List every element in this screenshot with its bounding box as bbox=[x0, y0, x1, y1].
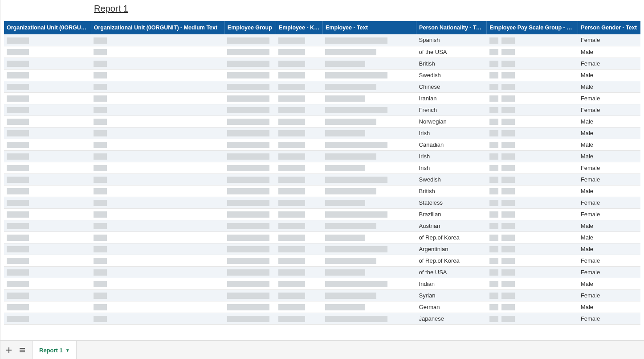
cell-redacted bbox=[276, 266, 322, 278]
cell-redacted bbox=[91, 139, 224, 150]
cell-redacted bbox=[224, 243, 276, 255]
cell-gender: Male bbox=[578, 81, 640, 92]
cell-redacted bbox=[91, 150, 224, 162]
table-row[interactable]: German Male bbox=[4, 301, 640, 313]
cell-redacted bbox=[91, 266, 224, 278]
table-row[interactable]: Irish Female bbox=[4, 162, 640, 173]
cell-nationality: of Rep.of Korea bbox=[416, 255, 487, 266]
cell-nationality: Japanese bbox=[416, 313, 487, 324]
cell-redacted bbox=[322, 243, 416, 255]
table-row[interactable]: Canadian Male bbox=[4, 139, 640, 150]
cell-nationality: of Rep.of Korea bbox=[416, 231, 487, 243]
col-header-pay-scale-group[interactable]: Employee Pay Scale Group - Text bbox=[487, 21, 578, 34]
table-row[interactable]: Norwegian Male bbox=[4, 116, 640, 127]
table-row[interactable]: Brazilian Female bbox=[4, 208, 640, 220]
table-row[interactable]: Irish Male bbox=[4, 127, 640, 139]
cell-gender: Female bbox=[578, 104, 640, 116]
cell-redacted bbox=[276, 220, 322, 231]
cell-redacted bbox=[276, 81, 322, 92]
cell-nationality: of the USA bbox=[416, 46, 487, 58]
cell-redacted bbox=[322, 127, 416, 139]
cell-gender: Male bbox=[578, 220, 640, 231]
cell-redacted bbox=[322, 173, 416, 185]
cell-redacted bbox=[224, 185, 276, 197]
table-row[interactable]: Irish Male bbox=[4, 150, 640, 162]
cell-nationality: British bbox=[416, 185, 487, 197]
sheet-tab-report-1[interactable]: Report 1 ▼ bbox=[33, 341, 77, 359]
cell-redacted bbox=[322, 266, 416, 278]
table-row[interactable]: of Rep.of Korea Male bbox=[4, 231, 640, 243]
table-row[interactable]: Chinese Male bbox=[4, 81, 640, 92]
col-header-employee-group[interactable]: Employee Group bbox=[224, 21, 276, 34]
table-row[interactable]: French Female bbox=[4, 104, 640, 116]
cell-redacted bbox=[4, 162, 91, 173]
cell-redacted bbox=[4, 313, 91, 324]
cell-redacted bbox=[4, 139, 91, 150]
table-row[interactable]: Indian Male bbox=[4, 278, 640, 289]
cell-redacted bbox=[91, 243, 224, 255]
cell-gender: Male bbox=[578, 231, 640, 243]
table-row[interactable]: of the USA Male bbox=[4, 46, 640, 58]
cell-redacted bbox=[91, 278, 224, 289]
table-row[interactable]: Argentinian Male bbox=[4, 243, 640, 255]
table-row[interactable]: British Male bbox=[4, 185, 640, 197]
col-header-gender[interactable]: Person Gender - Text bbox=[578, 21, 640, 34]
col-header-nationality[interactable]: Person Nationality - Text bbox=[416, 21, 487, 34]
cell-redacted bbox=[487, 116, 578, 127]
add-sheet-button[interactable] bbox=[2, 343, 16, 357]
cell-nationality: Swedish bbox=[416, 69, 487, 81]
cell-redacted bbox=[91, 34, 224, 46]
cell-redacted bbox=[224, 231, 276, 243]
col-header-employee-key[interactable]: Employee - Key bbox=[276, 21, 322, 34]
col-header-org-unit[interactable]: Organizational Unit (0ORGUNIT) bbox=[4, 21, 91, 34]
cell-gender: Female bbox=[578, 92, 640, 104]
table-row[interactable]: Austrian Male bbox=[4, 220, 640, 231]
cell-redacted bbox=[4, 208, 91, 220]
sheet-list-button[interactable] bbox=[16, 343, 29, 357]
table-row[interactable]: Spanish Female bbox=[4, 34, 640, 46]
cell-gender: Female bbox=[578, 313, 640, 324]
table-row[interactable]: Swedish Female bbox=[4, 173, 640, 185]
cell-redacted bbox=[276, 150, 322, 162]
cell-redacted bbox=[91, 81, 224, 92]
cell-redacted bbox=[224, 81, 276, 92]
cell-nationality: Argentinian bbox=[416, 243, 487, 255]
cell-gender: Male bbox=[578, 69, 640, 81]
table-row[interactable]: British Female bbox=[4, 58, 640, 69]
cell-redacted bbox=[4, 231, 91, 243]
cell-redacted bbox=[91, 92, 224, 104]
cell-nationality: Irish bbox=[416, 162, 487, 173]
cell-redacted bbox=[487, 289, 578, 301]
cell-redacted bbox=[276, 197, 322, 208]
cell-nationality: Swedish bbox=[416, 173, 487, 185]
cell-redacted bbox=[276, 243, 322, 255]
table-row[interactable]: Japanese Female bbox=[4, 313, 640, 324]
cell-redacted bbox=[276, 139, 322, 150]
cell-redacted bbox=[91, 197, 224, 208]
table-row[interactable]: of the USA Female bbox=[4, 266, 640, 278]
col-header-org-unit-text[interactable]: Organizational Unit (0ORGUNIT) - Medium … bbox=[91, 21, 224, 34]
cell-redacted bbox=[91, 127, 224, 139]
cell-redacted bbox=[4, 127, 91, 139]
cell-redacted bbox=[487, 208, 578, 220]
table-row[interactable]: Syrian Female bbox=[4, 289, 640, 301]
table-row[interactable]: Iranian Female bbox=[4, 92, 640, 104]
cell-redacted bbox=[322, 278, 416, 289]
cell-redacted bbox=[276, 162, 322, 173]
table-row[interactable]: Stateless Female bbox=[4, 197, 640, 208]
cell-redacted bbox=[276, 116, 322, 127]
cell-nationality: Chinese bbox=[416, 81, 487, 92]
cell-nationality: Irish bbox=[416, 150, 487, 162]
cell-redacted bbox=[4, 185, 91, 197]
table-row[interactable]: of Rep.of Korea Female bbox=[4, 255, 640, 266]
table-row[interactable]: Swedish Male bbox=[4, 69, 640, 81]
cell-redacted bbox=[4, 278, 91, 289]
cell-redacted bbox=[224, 173, 276, 185]
cell-redacted bbox=[224, 278, 276, 289]
cell-redacted bbox=[276, 231, 322, 243]
cell-redacted bbox=[224, 301, 276, 313]
cell-redacted bbox=[276, 104, 322, 116]
cell-redacted bbox=[276, 58, 322, 69]
col-header-employee-text[interactable]: Employee - Text bbox=[322, 21, 416, 34]
cell-redacted bbox=[4, 255, 91, 266]
